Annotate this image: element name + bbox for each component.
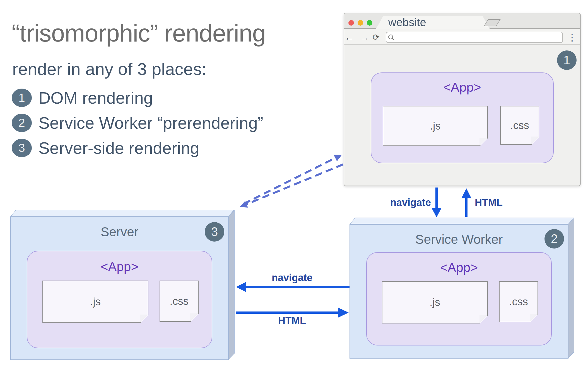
page-fold-corner [190,313,198,321]
js-file-page: .js [42,281,148,323]
app-label: <App> [27,259,212,274]
traffic-light-minimize-icon[interactable] [358,20,363,26]
server-box-side-face [228,210,235,360]
css-file-page: .css [500,106,539,145]
page-fold-corner [479,315,487,323]
arrow-html-up [461,188,471,217]
css-file-label: .css [510,120,529,132]
list-item: 1 DOM rendering [12,88,153,108]
step-badge-3: 3 [205,222,224,242]
page-fold-corner [530,314,538,322]
list-item-label: Service Worker “prerendering” [38,113,263,133]
js-file-page: .js [382,281,488,323]
page-subtitle: render in any of 3 places: [12,59,206,79]
browser-menu-icon[interactable]: ⋮ [567,31,576,44]
navigate-label-vertical: navigate [386,197,431,208]
css-file-page: .css [160,281,199,322]
navigate-label-horizontal: navigate [264,272,320,284]
reload-icon[interactable]: ⟳ [371,32,381,43]
list-item-label: Server-side rendering [38,138,199,158]
list-number-badge: 2 [12,114,32,132]
js-file-page: .js [383,106,488,146]
service-worker-box-top-face [350,218,574,224]
dashed-arrow-browser-to-server [240,164,343,208]
browser-window: website ← → ⟳ ⋮ 1 <App> .js .css [344,13,581,186]
list-item-label: DOM rendering [38,88,153,108]
service-worker-title: Service Worker [350,232,568,247]
server-box-top-face [10,210,234,216]
css-file-label: .css [509,296,528,308]
browser-tab-bar: website [344,13,580,29]
server-box: Server 3 <App> .js .css [10,216,229,360]
dashed-arrow-server-to-browser [244,155,342,204]
traffic-light-close-icon[interactable] [348,20,354,26]
browser-tab-website[interactable]: website [376,16,490,29]
js-file-label: .js [430,296,440,308]
list-number-badge: 3 [12,139,32,157]
service-worker-box-side-face [568,218,574,359]
page-fold-corner [140,315,148,322]
css-file-label: .css [170,295,189,307]
traffic-light-maximize-icon[interactable] [367,20,372,26]
page-fold-corner [531,137,539,144]
js-file-label: .js [90,296,101,308]
forward-icon[interactable]: → [360,32,370,43]
server-title: Server [10,224,229,239]
html-label-vertical: HTML [475,197,503,208]
app-label: <App> [371,80,553,95]
js-file-label: .js [430,120,441,132]
browser-viewport: 1 <App> .js .css [344,45,580,186]
tab-title: website [388,16,426,29]
browser-app-box: <App> .js .css [371,72,554,163]
list-item: 2 Service Worker “prerendering” [12,113,263,133]
service-worker-box: Service Worker 2 <App> .js .css [350,224,568,359]
page-title: “trisomorphic” rendering [12,19,266,47]
back-icon[interactable]: ← [344,32,354,43]
list-item: 3 Server-side rendering [12,138,199,158]
page-fold-corner [479,138,487,145]
service-worker-app-box: <App> .js .css [366,252,552,345]
server-app-box: <App> .js .css [27,251,212,348]
html-label-horizontal: HTML [264,315,320,327]
list-number-badge: 1 [12,89,32,107]
url-input[interactable] [386,32,563,43]
step-badge-1: 1 [557,50,577,70]
step-badge-2: 2 [544,229,564,249]
trisomorphic-rendering-diagram: “trisomorphic” rendering render in any o… [0,0,588,370]
css-file-page: .css [499,281,538,322]
app-label: <App> [367,260,551,275]
new-tab-button[interactable] [484,19,501,26]
arrow-navigate-down [432,188,442,217]
